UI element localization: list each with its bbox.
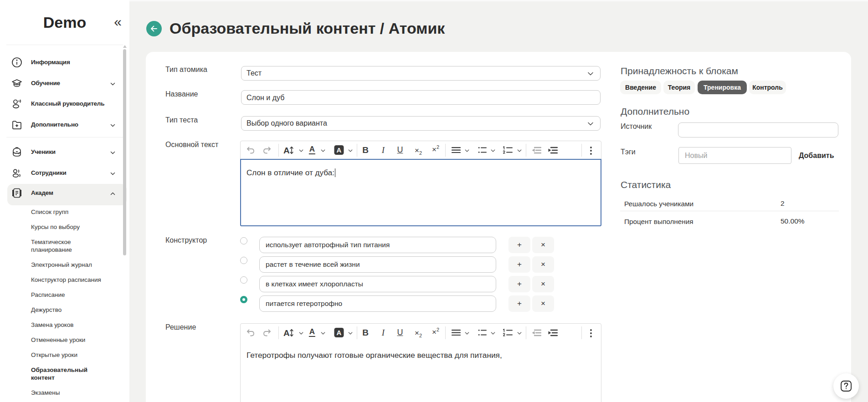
svg-text:A: A: [283, 328, 290, 338]
svg-text:A: A: [283, 146, 290, 155]
